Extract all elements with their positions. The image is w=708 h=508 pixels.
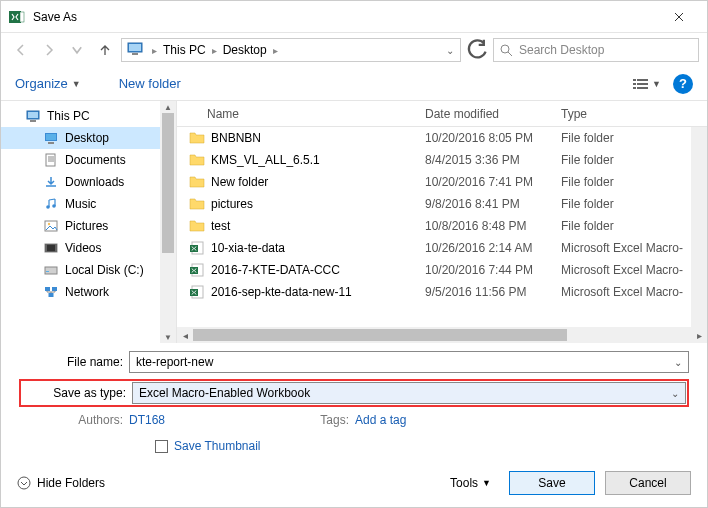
sidebar-item-network[interactable]: Network — [1, 281, 176, 303]
file-row[interactable]: pictures9/8/2016 8:41 PMFile folder — [177, 193, 707, 215]
sidebar-item-downloads[interactable]: Downloads — [1, 171, 176, 193]
svg-rect-4 — [132, 53, 138, 55]
svg-rect-13 — [28, 112, 38, 118]
sidebar-item-desktop[interactable]: Desktop — [1, 127, 176, 149]
network-icon — [43, 285, 59, 299]
file-row[interactable]: test10/8/2016 8:48 PMFile folder — [177, 215, 707, 237]
hide-folders-button[interactable]: Hide Folders — [17, 476, 105, 490]
authors-value[interactable]: DT168 — [129, 413, 165, 427]
column-date[interactable]: Date modified — [425, 107, 561, 121]
crumb-desktop[interactable]: Desktop — [221, 43, 269, 57]
view-options[interactable]: ▼ — [632, 77, 661, 91]
file-name-input[interactable]: kte-report-new⌄ — [129, 351, 689, 373]
back-button[interactable] — [9, 38, 33, 62]
sidebar-item-music[interactable]: Music — [1, 193, 176, 215]
svg-rect-25 — [55, 244, 57, 252]
up-button[interactable] — [93, 38, 117, 62]
file-row[interactable]: 2016-sep-kte-data-new-119/5/2016 11:56 P… — [177, 281, 707, 303]
svg-rect-0 — [9, 11, 21, 23]
svg-rect-29 — [52, 287, 57, 291]
sidebar-item-pictures[interactable]: Pictures — [1, 215, 176, 237]
svg-rect-26 — [45, 267, 57, 274]
svg-point-5 — [501, 45, 509, 53]
videos-icon — [43, 241, 59, 255]
address-bar: ▸ This PC ▸ Desktop ▸ ⌄ Search Desktop — [1, 33, 707, 67]
svg-point-20 — [52, 204, 56, 208]
organize-menu[interactable]: Organize▼ — [15, 76, 81, 91]
sidebar-scrollbar[interactable]: ▲▼ — [160, 101, 176, 343]
recent-dropdown[interactable] — [65, 38, 89, 62]
chevron-right-icon: ▸ — [152, 45, 157, 56]
cancel-button[interactable]: Cancel — [605, 471, 691, 495]
desktop-icon — [43, 131, 59, 145]
chevron-down-icon[interactable]: ⌄ — [671, 388, 679, 399]
pc-icon — [126, 41, 146, 59]
chevron-down-icon[interactable]: ⌄ — [674, 357, 682, 368]
save-as-type-dropdown[interactable]: Excel Macro-Enabled Workbook⌄ — [132, 382, 686, 404]
column-name[interactable]: Name — [207, 107, 425, 121]
svg-point-22 — [48, 223, 50, 225]
vertical-scrollbar[interactable] — [691, 127, 707, 327]
downloads-icon — [43, 175, 59, 189]
svg-rect-16 — [46, 134, 56, 140]
new-folder-button[interactable]: New folder — [119, 76, 181, 91]
breadcrumb[interactable]: ▸ This PC ▸ Desktop ▸ ⌄ — [121, 38, 461, 62]
svg-rect-28 — [45, 287, 50, 291]
save-thumbnail-checkbox[interactable] — [155, 440, 168, 453]
sidebar-item-docs[interactable]: Documents — [1, 149, 176, 171]
folder-icon — [189, 197, 205, 211]
tags-value[interactable]: Add a tag — [355, 413, 406, 427]
search-input[interactable]: Search Desktop — [493, 38, 699, 62]
file-name-label: File name: — [19, 355, 129, 369]
excel-app-icon — [9, 9, 25, 25]
file-row[interactable]: 10-xia-te-data10/26/2016 2:14 AMMicrosof… — [177, 237, 707, 259]
svg-rect-30 — [49, 293, 54, 297]
docs-icon — [43, 153, 59, 167]
folder-icon — [189, 153, 205, 167]
chevron-right-icon: ▸ — [273, 45, 278, 56]
excel-icon — [189, 263, 205, 277]
folder-icon — [189, 175, 205, 189]
file-row[interactable]: BNBNBN10/20/2016 8:05 PMFile folder — [177, 127, 707, 149]
svg-rect-18 — [46, 154, 55, 166]
file-row[interactable]: New folder10/20/2016 7:41 PMFile folder — [177, 171, 707, 193]
save-button[interactable]: Save — [509, 471, 595, 495]
titlebar: Save As — [1, 1, 707, 33]
chevron-down-icon[interactable]: ⌄ — [446, 45, 454, 56]
search-icon — [500, 44, 513, 57]
file-row[interactable]: KMS_VL_ALL_6.5.18/4/2015 3:36 PMFile fol… — [177, 149, 707, 171]
svg-point-37 — [18, 477, 30, 489]
refresh-button[interactable] — [465, 38, 489, 62]
sidebar-item-videos[interactable]: Videos — [1, 237, 176, 259]
sidebar-item-pc[interactable]: This PC — [1, 105, 176, 127]
horizontal-scrollbar[interactable]: ◂▸ — [177, 327, 707, 343]
sidebar-item-disk[interactable]: Local Disk (C:) — [1, 259, 176, 281]
svg-rect-7 — [637, 79, 648, 81]
svg-point-19 — [46, 205, 50, 209]
close-button[interactable] — [659, 3, 699, 31]
svg-rect-1 — [20, 12, 24, 22]
svg-rect-14 — [30, 120, 36, 122]
svg-rect-17 — [48, 142, 54, 144]
music-icon — [43, 197, 59, 211]
svg-rect-10 — [633, 87, 636, 89]
excel-icon — [189, 285, 205, 299]
save-thumbnail-label: Save Thumbnail — [174, 439, 261, 453]
pictures-icon — [43, 219, 59, 233]
file-list: Name Date modified Type BNBNBN10/20/2016… — [177, 101, 707, 343]
sidebar: This PCDesktopDocumentsDownloadsMusicPic… — [1, 101, 177, 343]
pc-icon — [25, 109, 41, 123]
svg-rect-11 — [637, 87, 648, 89]
help-button[interactable]: ? — [673, 74, 693, 94]
forward-button[interactable] — [37, 38, 61, 62]
svg-rect-9 — [637, 83, 648, 85]
tools-menu[interactable]: Tools▼ — [450, 476, 491, 490]
tags-label: Tags: — [315, 413, 355, 427]
save-as-type-label: Save as type: — [22, 386, 132, 400]
file-row[interactable]: 2016-7-KTE-DATA-CCC10/20/2016 7:44 PMMic… — [177, 259, 707, 281]
folder-icon — [189, 131, 205, 145]
svg-rect-3 — [129, 44, 141, 51]
crumb-this-pc[interactable]: This PC — [161, 43, 208, 57]
column-type[interactable]: Type — [561, 107, 707, 121]
svg-rect-6 — [633, 79, 636, 81]
